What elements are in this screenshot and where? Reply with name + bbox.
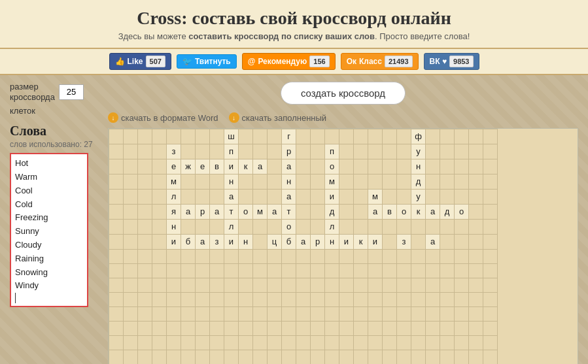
grid-cell-filled: а xyxy=(181,205,196,220)
grid-cell-filled: м xyxy=(325,174,339,190)
grid-cell-empty xyxy=(282,307,296,322)
ok-logo-icon: @ xyxy=(248,57,256,66)
grid-cell-empty xyxy=(455,264,469,278)
grid-cell-empty xyxy=(411,250,426,264)
grid-cell-filled: ш xyxy=(224,129,239,144)
grid-cell-empty xyxy=(109,350,124,365)
grid-cell-empty xyxy=(296,350,311,365)
grid-cell-filled: к xyxy=(354,235,368,250)
grid-cell-empty xyxy=(354,336,368,350)
grid-cell-empty xyxy=(138,264,152,278)
grid-cell-empty xyxy=(469,293,483,307)
grid-cell-empty xyxy=(397,278,411,293)
grid-cell-empty xyxy=(483,174,498,190)
twitter-button[interactable]: 🐦 Твитнуть xyxy=(177,54,237,69)
grid-cell-empty xyxy=(253,322,268,336)
grid-cell-empty xyxy=(167,336,181,350)
grid-cell-empty xyxy=(296,322,311,336)
grid-cell-empty xyxy=(239,278,253,293)
grid-cell-empty xyxy=(296,144,311,159)
grid-cell-empty xyxy=(354,129,368,144)
grid-cell-empty xyxy=(469,144,483,159)
grid-cell-empty xyxy=(109,220,124,235)
grid-cell-empty xyxy=(483,235,498,250)
grid-cell-filled: я xyxy=(167,205,181,220)
grid-cell-filled: к xyxy=(411,205,426,220)
download-filled-link[interactable]: ↓ скачать заполненный xyxy=(229,112,327,123)
grid-cell-empty xyxy=(210,307,224,322)
words-title: Слова xyxy=(10,124,98,139)
grid-cell-empty xyxy=(181,190,196,205)
grid-cell-empty xyxy=(339,220,354,235)
grid-cell-empty xyxy=(196,174,210,190)
grid-cell-filled: а xyxy=(426,235,440,250)
grid-cell-filled: р xyxy=(282,144,296,159)
grid-cell-empty xyxy=(239,307,253,322)
grid-cell-empty xyxy=(152,307,167,322)
grid-cell-empty xyxy=(411,278,426,293)
grid-cell-empty xyxy=(440,144,455,159)
grid-cell-empty xyxy=(311,250,325,264)
grid-cell-filled: н xyxy=(282,174,296,190)
grid-cell-filled: м xyxy=(167,174,181,190)
grid-cell-empty xyxy=(483,278,498,293)
grid-cell-empty xyxy=(354,174,368,190)
grid-cell-empty xyxy=(152,293,167,307)
grid-cell-empty xyxy=(296,336,311,350)
grid-cell-empty xyxy=(109,250,124,264)
grid-cell-empty xyxy=(224,293,239,307)
grid-cell-empty xyxy=(455,129,469,144)
grid-cell-empty xyxy=(469,307,483,322)
vk-button[interactable]: ВК ♥ 9853 xyxy=(424,53,479,70)
facebook-like-button[interactable]: 👍 Like 507 xyxy=(109,53,171,70)
grid-cell-empty xyxy=(282,278,296,293)
grid-cell-empty xyxy=(109,144,124,159)
grid-cell-empty xyxy=(383,336,397,350)
grid-cell-empty xyxy=(397,190,411,205)
grid-cell-empty xyxy=(383,190,397,205)
page-title: Cross: составь свой кроссворд онлайн xyxy=(13,8,575,29)
grid-cell-empty xyxy=(354,322,368,336)
grid-cell-filled: п xyxy=(325,144,339,159)
grid-cell-empty xyxy=(268,220,282,235)
recommend-button[interactable]: @ Рекомендую 156 xyxy=(242,53,336,70)
grid-cell-empty xyxy=(440,250,455,264)
grid-cell-empty xyxy=(253,235,268,250)
klass-button[interactable]: Ок Класс 21493 xyxy=(341,53,419,70)
grid-cell-empty xyxy=(268,264,282,278)
grid-cell-empty xyxy=(268,307,282,322)
grid-cell-filled: д xyxy=(325,205,339,220)
download-word-link[interactable]: ↓ скачать в формате Word xyxy=(108,112,218,123)
grid-cell-filled: т xyxy=(282,205,296,220)
grid-cell-empty xyxy=(354,264,368,278)
page-header: Cross: составь свой кроссворд онлайн Зде… xyxy=(0,0,588,49)
grid-cell-filled: и xyxy=(224,235,239,250)
grid-cell-empty xyxy=(109,174,124,190)
grid-cell-empty xyxy=(426,220,440,235)
grid-cell-empty xyxy=(296,129,311,144)
grid-cell-empty xyxy=(210,190,224,205)
grid-cell-empty xyxy=(268,293,282,307)
fb-count: 507 xyxy=(146,56,165,67)
grid-cell-empty xyxy=(268,129,282,144)
grid-cell-empty xyxy=(296,307,311,322)
grid-cell-empty xyxy=(138,250,152,264)
grid-cell-empty xyxy=(483,322,498,336)
grid-cell-empty xyxy=(455,307,469,322)
grid-cell-empty xyxy=(383,129,397,144)
grid-cell-empty xyxy=(196,307,210,322)
grid-cell-empty xyxy=(411,307,426,322)
create-crossword-button[interactable]: создать кроссворд xyxy=(281,82,406,105)
grid-cell-empty xyxy=(311,205,325,220)
grid-cell-empty xyxy=(483,336,498,350)
grid-cell-empty xyxy=(397,336,411,350)
grid-cell-empty xyxy=(167,322,181,336)
grid-cell-empty xyxy=(224,350,239,365)
grid-cell-empty xyxy=(239,264,253,278)
grid-cell-empty xyxy=(138,129,152,144)
grid-cell-empty xyxy=(397,159,411,174)
subtitle: Здесь вы можете составить кроссворд по с… xyxy=(13,31,575,41)
grid-cell-empty xyxy=(253,336,268,350)
subtitle-end: . Просто введите слова! xyxy=(375,31,470,41)
size-input[interactable]: 25 xyxy=(59,84,84,100)
